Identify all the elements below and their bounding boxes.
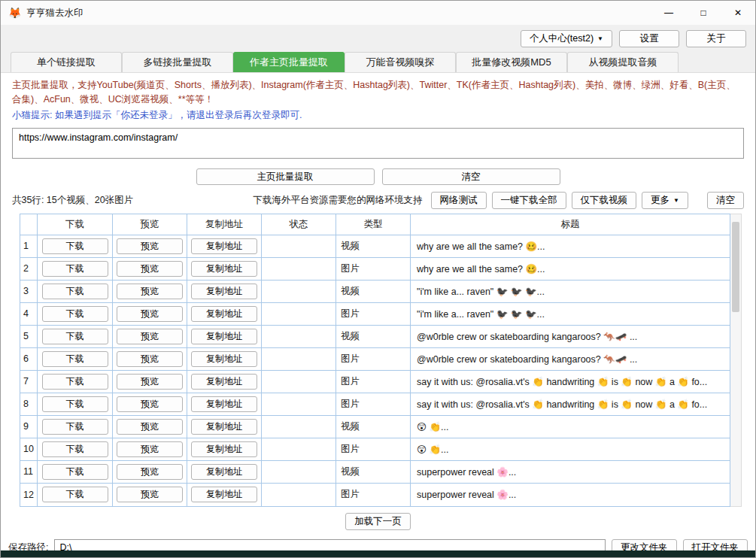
copy-cell: 复制地址 — [187, 258, 262, 281]
network-notice: 下载海外平台资源需要您的网络环境支持 — [254, 194, 423, 207]
copy-cell: 复制地址 — [187, 416, 262, 438]
download-button[interactable]: 下载 — [42, 284, 108, 299]
preview-button[interactable]: 预览 — [117, 487, 183, 502]
row-type: 视频 — [336, 416, 411, 438]
minimize-button[interactable]: — — [651, 1, 686, 25]
download-button[interactable]: 下载 — [42, 351, 108, 367]
download-video-only-button[interactable]: 仅下载视频 — [572, 192, 637, 209]
copy-cell: 复制地址 — [187, 348, 262, 371]
download-button[interactable]: 下载 — [42, 329, 108, 344]
table-row: 11下载预览复制地址视频superpower reveal 🌸... — [20, 461, 730, 484]
url-input[interactable]: https://www.instagram.com/instagram/ — [12, 128, 744, 159]
row-index: 5 — [20, 326, 38, 348]
preview-button[interactable]: 预览 — [117, 306, 183, 322]
tab-author-homepage-batch-extract[interactable]: 作者主页批量提取 — [233, 52, 345, 72]
clear-input-button[interactable]: 清空 — [382, 168, 560, 185]
table-row: 8下载预览复制地址图片say it with us: @rosalia.vt's… — [20, 393, 730, 416]
results-toolbar: 共35行: 15个视频、20张图片 下载海外平台资源需要您的网络环境支持 网络测… — [12, 192, 744, 209]
row-status — [262, 303, 336, 326]
download-button[interactable]: 下载 — [42, 396, 108, 412]
about-button[interactable]: 关于 — [686, 30, 746, 47]
preview-button[interactable]: 预览 — [117, 261, 183, 277]
copy-address-button[interactable]: 复制地址 — [191, 351, 257, 367]
supported-platforms-text: 主页批量提取，支持YouTube(频道页、Shorts、播放列表)、Instag… — [12, 78, 744, 107]
chevron-down-icon: ▼ — [597, 35, 603, 42]
topbar: 个人中心(test2) ▼ 设置 关于 — [1, 25, 755, 52]
download-cell: 下载 — [38, 461, 113, 484]
preview-cell: 预览 — [113, 235, 187, 258]
copy-address-button[interactable]: 复制地址 — [191, 261, 257, 277]
row-index: 12 — [20, 484, 38, 506]
preview-cell: 预览 — [113, 416, 187, 438]
copy-address-button[interactable]: 复制地址 — [191, 396, 257, 412]
download-button[interactable]: 下载 — [42, 441, 108, 457]
download-cell: 下载 — [38, 416, 113, 438]
table-scrollbar[interactable] — [730, 214, 742, 507]
tab-multi-link-batch-extract[interactable]: 多链接批量提取 — [122, 52, 233, 72]
download-button[interactable]: 下载 — [42, 238, 108, 254]
scrollbar-thumb[interactable] — [732, 222, 739, 312]
row-index: 2 — [20, 258, 38, 281]
row-title: say it with us: @rosalia.vt's 👏 handwrit… — [411, 371, 730, 393]
header-type: 类型 — [336, 214, 411, 235]
download-cell: 下载 — [38, 258, 113, 281]
copy-address-button[interactable]: 复制地址 — [191, 306, 257, 322]
download-button[interactable]: 下载 — [42, 464, 108, 480]
user-center-button[interactable]: 个人中心(test2) ▼ — [521, 30, 612, 47]
preview-button[interactable]: 预览 — [117, 351, 183, 367]
row-title: say it with us: @rosalia.vt's 👏 handwrit… — [411, 393, 730, 416]
row-type: 图片 — [336, 484, 411, 506]
preview-button[interactable]: 预览 — [117, 284, 183, 299]
preview-button[interactable]: 预览 — [117, 396, 183, 412]
copy-address-button[interactable]: 复制地址 — [191, 464, 257, 480]
copy-address-button[interactable]: 复制地址 — [191, 238, 257, 254]
row-title: why are we all the same? 🥴... — [411, 258, 730, 281]
copy-address-button[interactable]: 复制地址 — [191, 419, 257, 435]
row-type: 图片 — [336, 258, 411, 281]
main-panel: 主页批量提取，支持YouTube(频道页、Shorts、播放列表)、Instag… — [1, 72, 755, 556]
download-cell: 下载 — [38, 303, 113, 326]
download-button[interactable]: 下载 — [42, 419, 108, 435]
maximize-button[interactable]: □ — [686, 1, 721, 25]
preview-button[interactable]: 预览 — [117, 441, 183, 457]
pagination: 加载下一页 — [1, 513, 755, 530]
copy-address-button[interactable]: 复制地址 — [191, 441, 257, 457]
row-index: 9 — [20, 416, 38, 438]
copy-address-button[interactable]: 复制地址 — [191, 374, 257, 390]
network-test-button[interactable]: 网络测试 — [431, 192, 487, 209]
copy-address-button[interactable]: 复制地址 — [191, 284, 257, 299]
preview-button[interactable]: 预览 — [117, 238, 183, 254]
preview-cell: 预览 — [113, 393, 187, 416]
table-grid: 下载 预览 复制地址 状态 类型 标题 1下载预览复制地址视频why are w… — [20, 214, 730, 507]
row-status — [262, 371, 336, 393]
download-button[interactable]: 下载 — [42, 306, 108, 322]
tab-single-link-extract[interactable]: 单个链接提取 — [11, 52, 122, 72]
download-all-button[interactable]: 一键下载全部 — [492, 192, 566, 209]
clear-table-button[interactable]: 清空 — [707, 192, 744, 209]
tab-batch-modify-video-md5[interactable]: 批量修改视频MD5 — [456, 52, 567, 72]
homepage-batch-extract-button[interactable]: 主页批量提取 — [196, 168, 375, 185]
preview-button[interactable]: 预览 — [117, 374, 183, 390]
more-button[interactable]: 更多 ▼ — [642, 192, 688, 209]
download-button[interactable]: 下载 — [42, 374, 108, 390]
load-next-page-button[interactable]: 加载下一页 — [345, 513, 411, 530]
preview-button[interactable]: 预览 — [117, 419, 183, 435]
download-cell: 下载 — [38, 348, 113, 371]
row-status — [262, 461, 336, 484]
preview-cell: 预览 — [113, 484, 187, 506]
download-button[interactable]: 下载 — [42, 261, 108, 277]
tab-universal-av-sniffer[interactable]: 万能音视频嗅探 — [345, 52, 456, 72]
settings-button[interactable]: 设置 — [619, 30, 679, 47]
preview-button[interactable]: 预览 — [117, 464, 183, 480]
preview-button[interactable]: 预览 — [117, 329, 183, 344]
result-summary: 共35行: 15个视频、20张图片 — [12, 194, 133, 207]
copy-cell: 复制地址 — [187, 326, 262, 348]
copy-cell: 复制地址 — [187, 371, 262, 393]
row-type: 图片 — [336, 348, 411, 371]
download-button[interactable]: 下载 — [42, 487, 108, 502]
copy-address-button[interactable]: 复制地址 — [191, 329, 257, 344]
tab-extract-audio-from-video[interactable]: 从视频提取音频 — [567, 52, 679, 72]
close-button[interactable]: ✕ — [721, 1, 755, 25]
download-cell: 下载 — [38, 235, 113, 258]
copy-address-button[interactable]: 复制地址 — [191, 487, 257, 502]
